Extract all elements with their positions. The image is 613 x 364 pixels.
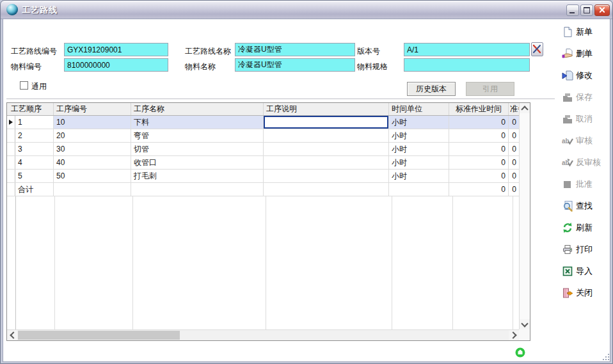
cell-desc[interactable] [264,143,389,155]
cell-unit[interactable]: 小时 [389,129,449,142]
cell-seq[interactable]: 5 [15,170,54,182]
scroll-left-button[interactable] [7,330,17,340]
horizontal-scrollbar[interactable] [7,329,519,340]
route-name-input[interactable] [235,43,355,56]
close-door-icon [562,287,573,299]
cell-seq: 合计 [15,183,54,196]
route-code-input[interactable] [64,43,168,56]
cell-desc[interactable] [264,156,389,169]
desc-cell-editor[interactable] [264,116,388,129]
approve-icon [562,178,573,190]
chevron-left-icon [10,331,17,338]
grid-empty-area [7,196,519,329]
cell-code[interactable]: 20 [54,129,131,142]
status-green-icon [515,347,525,358]
table-row[interactable]: 2 20 弯管 小时 0 0 [7,129,519,143]
version-input[interactable] [404,43,530,56]
version-tool-button[interactable] [531,42,543,56]
cell-std-time[interactable]: 0 [449,143,509,155]
cell-name[interactable]: 打毛刺 [131,170,264,182]
printer-icon [562,244,573,255]
row-indicator-cell [7,170,15,182]
cancel-button: 取消 [560,109,607,129]
new-doc-button[interactable]: 新单 [560,22,607,42]
edit-doc-icon [562,70,573,81]
edit-tools-icon [532,43,543,56]
minimize-button[interactable] [566,4,579,16]
cell-unit[interactable]: 小时 [389,116,449,129]
material-code-input[interactable] [64,58,168,72]
cell-seq[interactable]: 2 [15,129,54,142]
cell-std-time[interactable]: 0 [449,129,509,142]
cell-prep[interactable]: 0 [509,156,519,169]
table-row[interactable]: 4 40 收管口 小时 0 0 [7,156,519,170]
table-row[interactable]: 5 50 打毛刺 小时 0 0 [7,170,519,183]
row-indicator-cell [7,183,15,196]
cell-desc[interactable] [264,129,389,142]
cell-name[interactable]: 切管 [131,143,264,155]
material-name-label: 物料名称 [185,61,216,72]
grid-header-row: 工艺顺序 工序编号 工序名称 工序说明 时间单位 标准作业时间 准备 [7,103,519,116]
table-row[interactable]: 3 30 切管 小时 0 0 [7,143,519,156]
table-row[interactable]: 1 10 下料 小时 0 0 [7,116,519,129]
cell-code [54,183,131,196]
resize-grip-icon[interactable] [603,354,610,361]
form-grid-divider [6,99,555,99]
total-row: 合计 0 0 [7,183,519,196]
cell-std-time[interactable]: 0 [449,170,509,182]
col-header-code: 工序编号 [54,103,131,115]
import-button[interactable]: 导入 [560,262,607,281]
title-bar[interactable]: 工艺路线 [1,1,612,19]
cell-name[interactable]: 收管口 [131,156,264,169]
modify-button[interactable]: 修改 [560,66,607,85]
cell-prep[interactable]: 0 [509,129,519,142]
close-button[interactable] [594,4,610,16]
refresh-button[interactable]: 刷新 [560,218,607,237]
cell-desc[interactable] [264,116,389,129]
cell-code[interactable]: 40 [54,156,131,169]
cell-unit[interactable]: 小时 [389,156,449,169]
cell-unit[interactable]: 小时 [389,170,449,182]
cell-seq[interactable]: 1 [15,116,54,129]
scroll-up-button[interactable] [520,103,530,113]
scroll-down-button[interactable] [520,319,530,329]
maximize-button[interactable] [580,4,593,16]
material-spec-input[interactable] [404,58,530,72]
cell-name[interactable]: 弯管 [131,129,264,142]
cell-prep[interactable]: 0 [509,116,519,129]
delete-doc-button[interactable]: 删单 [560,44,607,63]
cell-unit[interactable]: 小时 [389,143,449,155]
window-title: 工艺路线 [22,4,58,16]
history-version-button[interactable]: 历史版本 [407,82,456,96]
find-button[interactable]: 查找 [560,196,607,216]
route-name-label: 工艺路线名称 [185,46,231,57]
minimize-icon [569,12,575,13]
material-name-input[interactable] [235,58,355,72]
cell-std-time[interactable]: 0 [449,116,509,129]
scroll-right-button[interactable] [509,330,519,340]
row-indicator-cell [7,116,15,129]
cell-code[interactable]: 50 [54,170,131,182]
audit-button: ab 审核 [560,131,607,150]
cell-code[interactable]: 10 [54,116,131,129]
general-checkbox[interactable] [20,81,28,90]
horizontal-scroll-thumb[interactable] [18,331,180,340]
close-form-button[interactable]: 关闭 [560,283,607,303]
cell-name[interactable]: 下料 [131,116,264,129]
cell-seq[interactable]: 4 [15,156,54,169]
print-button[interactable]: 打印 [560,240,607,259]
save-icon [562,91,573,103]
vertical-scrollbar[interactable] [519,103,530,329]
cell-prep[interactable]: 0 [509,170,519,182]
process-route-window: { "window": { "title": "工艺路线" }, "form":… [0,0,613,364]
cell-desc[interactable] [264,170,389,182]
row-indicator-cell [7,129,15,142]
col-header-desc: 工序说明 [264,103,389,115]
cell-std-time[interactable]: 0 [449,156,509,169]
cell-seq[interactable]: 3 [15,143,54,155]
col-header-seq: 工艺顺序 [7,103,54,115]
cell-prep[interactable]: 0 [509,143,519,155]
cell-std-time: 0 [449,183,509,196]
cancel-icon [562,113,573,125]
cell-code[interactable]: 30 [54,143,131,155]
